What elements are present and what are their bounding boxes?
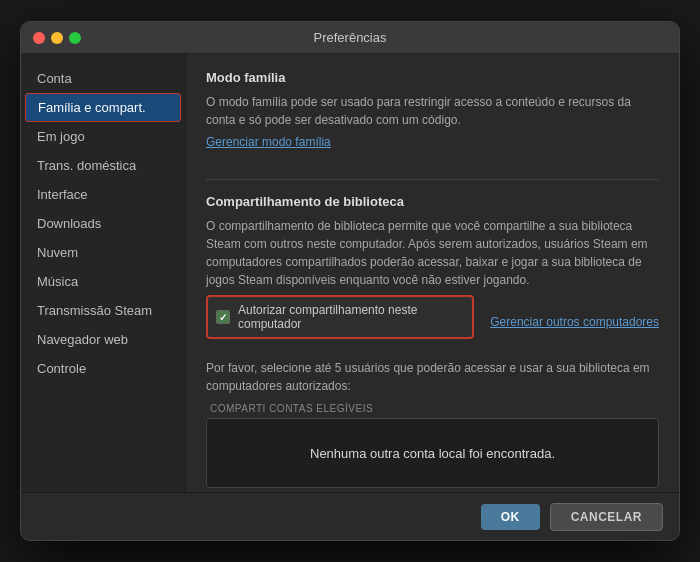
cancel-button[interactable]: CANCELAR (550, 503, 663, 531)
sidebar-item-transmissao[interactable]: Transmissão Steam (21, 296, 185, 325)
authorize-checkbox[interactable] (216, 310, 230, 324)
window-content: Conta Família e compart. Em jogo Trans. … (21, 54, 679, 492)
main-panel: Modo família O modo família pode ser usa… (186, 54, 679, 492)
accounts-list: Nenhuma outra conta local foi encontrada… (206, 418, 659, 488)
maximize-button[interactable] (69, 32, 81, 44)
sidebar-item-navegador[interactable]: Navegador web (21, 325, 185, 354)
sidebar-item-controle[interactable]: Controle (21, 354, 185, 383)
sidebar-item-trans-domestica[interactable]: Trans. doméstica (21, 151, 185, 180)
library-sharing-desc: O compartilhamento de biblioteca permite… (206, 217, 659, 289)
sub-desc: Por favor, selecione até 5 usuários que … (206, 359, 659, 395)
sidebar-item-musica[interactable]: Música (21, 267, 185, 296)
ok-button[interactable]: OK (481, 504, 540, 530)
bottom-bar: OK CANCELAR (21, 492, 679, 540)
manage-family-link[interactable]: Gerenciar modo família (206, 135, 331, 149)
sidebar-item-conta[interactable]: Conta (21, 64, 185, 93)
minimize-button[interactable] (51, 32, 63, 44)
sidebar-item-familia[interactable]: Família e compart. (25, 93, 181, 122)
close-button[interactable] (33, 32, 45, 44)
title-bar: Preferências (21, 22, 679, 54)
family-mode-desc: O modo família pode ser usado para restr… (206, 93, 659, 129)
window-title: Preferências (314, 30, 387, 45)
sidebar-item-interface[interactable]: Interface (21, 180, 185, 209)
family-mode-title: Modo família (206, 70, 659, 85)
sidebar-item-downloads[interactable]: Downloads (21, 209, 185, 238)
sidebar: Conta Família e compart. Em jogo Trans. … (21, 54, 186, 492)
authorize-sharing-row[interactable]: Autorizar compartilhamento neste computa… (206, 295, 474, 339)
library-sharing-title: Compartilhamento de biblioteca (206, 194, 659, 209)
sidebar-item-em-jogo[interactable]: Em jogo (21, 122, 185, 151)
divider (206, 179, 659, 180)
authorize-label: Autorizar compartilhamento neste computa… (238, 303, 464, 331)
empty-accounts-message: Nenhuma outra conta local foi encontrada… (310, 446, 555, 461)
manage-computers-link[interactable]: Gerenciar outros computadores (490, 315, 659, 329)
sidebar-item-nuvem[interactable]: Nuvem (21, 238, 185, 267)
preferences-window: Preferências Conta Família e compart. Em… (20, 21, 680, 541)
table-header: COMPARTI CONTAS ELEGÍVEIS (206, 403, 659, 414)
traffic-lights (33, 32, 81, 44)
